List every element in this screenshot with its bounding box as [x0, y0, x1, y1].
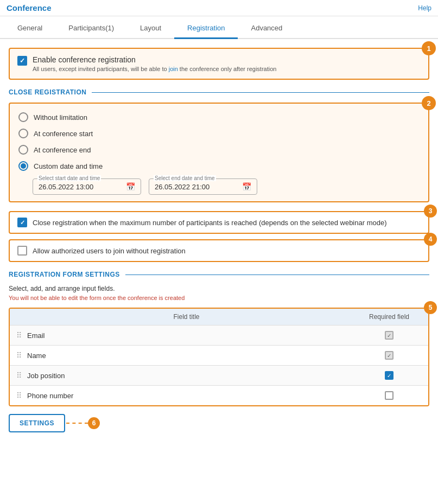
- end-calendar-icon[interactable]: 📅: [242, 182, 251, 191]
- check-blue-icon: ✓: [387, 373, 391, 379]
- heading-line: [92, 92, 429, 93]
- drag-handle-email[interactable]: ⠿: [16, 331, 22, 340]
- join-link-text: join: [169, 66, 178, 72]
- radio-selected-dot: [21, 163, 26, 169]
- dotted-line: [66, 423, 88, 424]
- datetime-row: Select start date and time 26.05.2022 13…: [33, 178, 421, 195]
- checkbox-phone[interactable]: [385, 391, 393, 400]
- col-title-header: Field title: [16, 313, 357, 321]
- enable-registration-checkbox[interactable]: ✓: [17, 56, 27, 66]
- radio-group: Without limitation At conference start A…: [17, 110, 421, 173]
- end-field-label: Select end date and time: [154, 175, 216, 181]
- drag-handle-job[interactable]: ⠿: [16, 371, 22, 380]
- radio-label-4: Custom date and time: [34, 162, 103, 170]
- check-disabled-icon-2: ✓: [387, 353, 391, 359]
- radio-at-conference-start[interactable]: At conference start: [18, 129, 420, 138]
- table-row-email: ⠿ Email ✓: [10, 325, 428, 345]
- tab-general[interactable]: General: [4, 18, 55, 39]
- settings-area: SETTINGS 6: [9, 414, 429, 432]
- check-icon-3: ✓: [20, 219, 25, 226]
- badge-4: 4: [424, 233, 437, 246]
- radio-label-2: At conference start: [34, 130, 93, 138]
- settings-button[interactable]: SETTINGS: [9, 414, 65, 432]
- header: Conference Help: [0, 0, 438, 16]
- enable-registration-label: Enable conference registration: [33, 55, 276, 64]
- row-check-email[interactable]: ✓: [357, 331, 422, 340]
- table-header: Field title Required field: [10, 309, 428, 325]
- authorized-users-label: Allow authorized users to join without r…: [33, 247, 186, 255]
- tab-layout[interactable]: Layout: [127, 18, 174, 39]
- close-registration-box: Without limitation At conference start A…: [9, 103, 429, 202]
- radio-circle-3: [18, 145, 28, 155]
- reg-form-heading-line: [125, 275, 429, 275]
- table-row-name: ⠿ Name ✓: [10, 345, 428, 365]
- help-link[interactable]: Help: [418, 4, 431, 12]
- registration-form-table: Field title Required field ⠿ Email ✓ ⠿: [9, 308, 429, 406]
- tab-participants[interactable]: Participants(1): [55, 18, 127, 39]
- radio-at-conference-end[interactable]: At conference end: [18, 145, 420, 155]
- authorized-users-checkbox[interactable]: [17, 246, 27, 256]
- radio-without-limitation[interactable]: Without limitation: [18, 112, 420, 122]
- authorized-users-checkbox-row[interactable]: Allow authorized users to join without r…: [9, 239, 429, 262]
- close-registration-heading: CLOSE REGISTRATION: [9, 88, 429, 96]
- form-note: You will not be able to edit the form on…: [9, 295, 429, 301]
- enable-registration-row: ✓ Enable conference registration All use…: [17, 55, 421, 72]
- end-field-value: 26.05.2022 21:00: [155, 183, 210, 191]
- start-field-label: Select start date and time: [37, 175, 101, 181]
- checkbox-email: ✓: [385, 331, 393, 340]
- radio-label-1: Without limitation: [34, 113, 87, 122]
- reg-form-heading: REGISTRATION FORM SETTINGS: [9, 271, 429, 278]
- max-participants-checkbox-row[interactable]: ✓ Close registration when the maximum nu…: [9, 211, 429, 234]
- badge-1: 1: [422, 41, 436, 55]
- row-check-name[interactable]: ✓: [357, 351, 422, 360]
- radio-label-3: At conference end: [34, 146, 91, 154]
- start-calendar-icon[interactable]: 📅: [126, 182, 135, 191]
- badge-5: 5: [424, 301, 437, 314]
- enable-registration-box: ✓ Enable conference registration All use…: [9, 48, 429, 80]
- start-field-value-row: 26.05.2022 13:00 📅: [39, 182, 135, 191]
- main-content: ✓ Enable conference registration All use…: [0, 39, 438, 441]
- row-label-name: Name: [27, 352, 357, 360]
- col-required-header: Required field: [357, 313, 422, 321]
- table-row-job-position: ⠿ Job position ✓: [10, 365, 428, 385]
- drag-handle-name[interactable]: ⠿: [16, 351, 22, 360]
- row-check-job[interactable]: ✓: [357, 371, 422, 380]
- row-label-phone: Phone number: [27, 392, 357, 400]
- drag-handle-phone[interactable]: ⠿: [16, 391, 22, 400]
- checkbox-name: ✓: [385, 351, 393, 360]
- row-check-phone[interactable]: [357, 391, 422, 400]
- max-participants-checkbox[interactable]: ✓: [17, 218, 27, 227]
- close-registration-title: CLOSE REGISTRATION: [9, 88, 86, 96]
- tabs-bar: General Participants(1) Layout Registrat…: [0, 18, 438, 39]
- reg-form-title: REGISTRATION FORM SETTINGS: [9, 271, 120, 278]
- tab-advanced[interactable]: Advanced: [238, 18, 295, 39]
- start-datetime-field[interactable]: Select start date and time 26.05.2022 13…: [33, 178, 141, 195]
- badge-2: 2: [422, 96, 436, 110]
- row-label-email: Email: [27, 331, 357, 340]
- start-field-value: 26.05.2022 13:00: [39, 183, 93, 191]
- end-datetime-field[interactable]: Select end date and time 26.05.2022 21:0…: [149, 178, 257, 195]
- enable-registration-sublabel: All users, except invited participants, …: [33, 66, 276, 72]
- end-field-value-row: 26.05.2022 21:00 📅: [155, 182, 251, 191]
- badge-3: 3: [424, 205, 437, 218]
- table-row-phone: ⠿ Phone number: [10, 385, 428, 405]
- checkbox-job[interactable]: ✓: [385, 371, 393, 380]
- max-participants-label: Close registration when the maximum numb…: [33, 219, 387, 227]
- app-title: Conference: [7, 3, 52, 12]
- row-label-job: Job position: [27, 372, 357, 380]
- registration-form-section: Select, add, and arrange input fields. Y…: [9, 285, 429, 432]
- form-instructions: Select, add, and arrange input fields.: [9, 285, 429, 292]
- tab-registration[interactable]: Registration: [174, 18, 238, 39]
- radio-circle-2: [18, 129, 28, 138]
- check-icon: ✓: [20, 57, 25, 65]
- radio-circle-4: [18, 161, 28, 171]
- enable-registration-text: Enable conference registration All users…: [33, 55, 276, 72]
- radio-custom-date[interactable]: Custom date and time: [18, 161, 420, 171]
- check-disabled-icon: ✓: [387, 333, 391, 339]
- radio-circle-1: [18, 112, 28, 122]
- badge-6: 6: [88, 417, 100, 429]
